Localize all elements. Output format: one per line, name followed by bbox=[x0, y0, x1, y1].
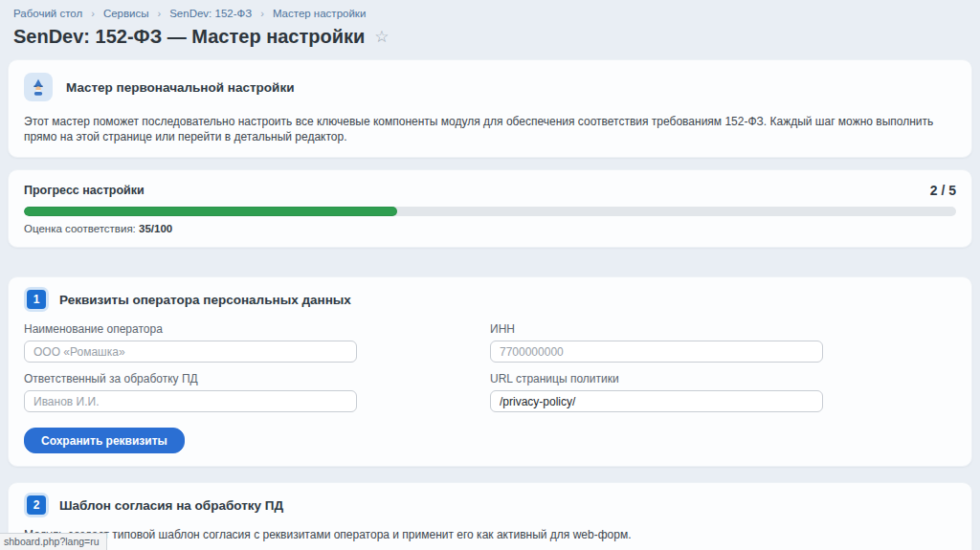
page-title: SenDev: 152-ФЗ — Мастер настройки bbox=[13, 26, 365, 48]
inn-input[interactable] bbox=[490, 341, 823, 363]
breadcrumb-item-module[interactable]: SenDev: 152-ФЗ bbox=[169, 8, 252, 19]
field-policy-url: URL страницы политики bbox=[490, 372, 956, 412]
breadcrumb-item-services[interactable]: Сервисы bbox=[103, 8, 149, 19]
favorite-star-icon[interactable]: ☆ bbox=[374, 27, 389, 47]
progress-card: Прогресс настройки 2 / 5 Оценка соответс… bbox=[8, 169, 972, 248]
step-1-title: Реквизиты оператора персональных данных bbox=[59, 293, 351, 307]
step-2-description: Модуль создаст типовой шаблон согласия с… bbox=[24, 527, 956, 542]
responsible-input[interactable] bbox=[24, 390, 357, 412]
intro-title: Мастер первоначальной настройки bbox=[66, 80, 294, 95]
field-policy-url-label: URL страницы политики bbox=[490, 372, 956, 385]
chevron-right-icon: › bbox=[91, 8, 95, 19]
breadcrumb-item-wizard[interactable]: Мастер настройки bbox=[273, 8, 366, 19]
field-inn-label: ИНН bbox=[490, 322, 956, 336]
link-preview-status-bar: shboard.php?lang=ru bbox=[0, 533, 107, 550]
progress-bar-fill bbox=[24, 207, 397, 216]
policy-url-input[interactable] bbox=[490, 390, 823, 412]
field-operator-name-label: Наименование оператора bbox=[24, 322, 490, 336]
step-1-badge: 1 bbox=[27, 290, 46, 309]
field-operator-name: Наименование оператора bbox=[24, 322, 490, 363]
field-responsible: Ответственный за обработку ПД bbox=[24, 372, 490, 412]
compliance-score-value: 35/100 bbox=[139, 223, 172, 234]
step-2-badge: 2 bbox=[27, 495, 46, 515]
operator-name-input[interactable] bbox=[24, 341, 357, 363]
chevron-right-icon: › bbox=[260, 8, 264, 19]
wizard-icon bbox=[24, 73, 53, 101]
page-title-row: SenDev: 152-ФЗ — Мастер настройки ☆ bbox=[13, 26, 967, 48]
step-2-title: Шаблон согласия на обработку ПД bbox=[59, 498, 283, 513]
field-inn: ИНН bbox=[490, 322, 956, 363]
save-requisites-button[interactable]: Сохранить реквизиты bbox=[24, 428, 185, 453]
progress-title: Прогресс настройки bbox=[24, 184, 145, 197]
chevron-right-icon: › bbox=[158, 8, 162, 19]
progress-bar-track bbox=[24, 207, 956, 216]
compliance-score: Оценка соответствия: 35/100 bbox=[24, 223, 956, 234]
step-2-card: 2 Шаблон согласия на обработку ПД Модуль… bbox=[8, 482, 972, 550]
breadcrumb: Рабочий стол › Сервисы › SenDev: 152-ФЗ … bbox=[0, 0, 980, 19]
progress-counter: 2 / 5 bbox=[930, 183, 956, 198]
intro-description: Этот мастер поможет последовательно наст… bbox=[24, 114, 956, 144]
breadcrumb-item-desktop[interactable]: Рабочий стол bbox=[13, 8, 82, 19]
step-1-card: 1 Реквизиты оператора персональных данны… bbox=[8, 276, 972, 467]
compliance-score-label: Оценка соответствия: bbox=[24, 223, 136, 234]
field-responsible-label: Ответственный за обработку ПД bbox=[24, 372, 490, 385]
intro-card: Мастер первоначальной настройки Этот мас… bbox=[8, 59, 972, 158]
